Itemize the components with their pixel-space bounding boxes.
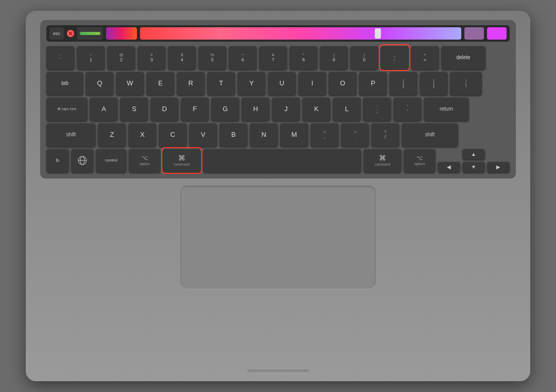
tb-swatch2: [487, 27, 507, 40]
key-tab[interactable]: tab: [46, 72, 83, 95]
key-q[interactable]: Q: [85, 72, 114, 95]
touch-bar: esc: [46, 25, 510, 42]
key-command-left[interactable]: ⌘ command: [163, 149, 201, 172]
key-shift-right[interactable]: shift: [402, 123, 458, 147]
key-arrow-left[interactable]: ◀: [438, 162, 460, 172]
key-control[interactable]: control: [96, 149, 127, 172]
keyboard-area: esc ~` !1 @2 #3 $4 %5 ^6: [40, 20, 516, 179]
key-backslash[interactable]: |\: [450, 72, 482, 95]
key-tilde[interactable]: ~`: [46, 46, 75, 69]
key-t[interactable]: T: [207, 72, 235, 95]
key-m[interactable]: M: [280, 123, 308, 147]
key-option-left[interactable]: ⌥ option: [129, 149, 161, 172]
key-k[interactable]: K: [302, 97, 331, 121]
key-n[interactable]: N: [250, 123, 278, 147]
key-option-right[interactable]: ⌥ option: [404, 149, 436, 172]
qwerty-row: tab Q W E R T Y U I O P {[ }] |\: [46, 72, 510, 95]
modifier-row: fn control ⌥ option ⌘ command ⌘ command: [46, 149, 510, 172]
trackpad[interactable]: [180, 186, 376, 289]
key-s[interactable]: S: [120, 97, 148, 121]
key-9[interactable]: (9: [320, 46, 348, 69]
key-5[interactable]: %5: [198, 46, 227, 69]
key-equals[interactable]: +=: [411, 46, 439, 69]
tb-slider[interactable]: [77, 27, 103, 40]
trackpad-wrap: [40, 186, 516, 289]
key-slash[interactable]: ?/: [371, 123, 399, 147]
key-period[interactable]: >.: [341, 123, 369, 147]
key-e[interactable]: E: [146, 72, 175, 95]
key-1[interactable]: !1: [77, 46, 105, 69]
key-quote[interactable]: "': [393, 97, 422, 121]
key-3[interactable]: #3: [137, 46, 166, 69]
key-4[interactable]: $4: [168, 46, 196, 69]
tb-gradient1: [106, 27, 137, 40]
tb-close-button[interactable]: [67, 30, 74, 37]
key-u[interactable]: U: [268, 72, 296, 95]
key-open-bracket[interactable]: {[: [389, 72, 418, 95]
key-i[interactable]: I: [298, 72, 326, 95]
key-delete[interactable]: delete: [441, 46, 485, 69]
tb-swatch1: [464, 27, 484, 40]
tb-gradient2: [140, 27, 461, 40]
key-j[interactable]: J: [272, 97, 300, 121]
key-b[interactable]: B: [219, 123, 248, 147]
bottom-bar: [247, 369, 309, 372]
key-7[interactable]: &7: [259, 46, 287, 69]
key-command-right[interactable]: ⌘ command: [363, 149, 402, 172]
key-c[interactable]: C: [159, 123, 187, 147]
number-row: ~` !1 @2 #3 $4 %5 ^6 &7 *8 (9 )0 _- += d…: [46, 46, 510, 69]
key-x[interactable]: X: [128, 123, 157, 147]
key-p[interactable]: P: [359, 72, 387, 95]
key-r[interactable]: R: [177, 72, 205, 95]
zxcv-row: shift Z X C V B N M <, >. ?/ shift: [46, 123, 510, 147]
key-g[interactable]: G: [211, 97, 239, 121]
key-l[interactable]: L: [333, 97, 361, 121]
key-o[interactable]: O: [328, 72, 357, 95]
key-h[interactable]: H: [241, 97, 270, 121]
asdf-row: caps lock A S D F G H J K L :; "' return: [46, 97, 510, 121]
key-arrow-up[interactable]: ▲: [462, 149, 485, 159]
key-v[interactable]: V: [189, 123, 217, 147]
key-arrow-right[interactable]: ▶: [487, 162, 510, 172]
arrow-cluster: ▲ ◀ ▼ ▶: [438, 149, 510, 172]
key-0[interactable]: )0: [350, 46, 378, 69]
key-arrow-down[interactable]: ▼: [462, 162, 485, 172]
laptop-body: esc ~` !1 @2 #3 $4 %5 ^6: [26, 11, 530, 381]
key-f[interactable]: F: [181, 97, 209, 121]
key-fn[interactable]: fn: [46, 149, 69, 172]
esc-key[interactable]: esc: [49, 27, 64, 40]
keys-section: ~` !1 @2 #3 $4 %5 ^6 &7 *8 (9 )0 _- += d…: [46, 46, 510, 172]
key-y[interactable]: Y: [237, 72, 266, 95]
key-2[interactable]: @2: [107, 46, 135, 69]
key-capslock[interactable]: caps lock: [46, 97, 88, 121]
key-space[interactable]: [203, 149, 361, 172]
key-comma[interactable]: <,: [310, 123, 339, 147]
key-8[interactable]: *8: [289, 46, 318, 69]
key-6[interactable]: ^6: [229, 46, 257, 69]
key-globe[interactable]: [71, 149, 94, 172]
key-d[interactable]: D: [150, 97, 179, 121]
key-a[interactable]: A: [90, 97, 118, 121]
key-z[interactable]: Z: [98, 123, 126, 147]
key-w[interactable]: W: [116, 72, 144, 95]
key-shift-left[interactable]: shift: [46, 123, 96, 147]
key-minus[interactable]: _-: [380, 46, 409, 69]
key-close-bracket[interactable]: }]: [420, 72, 448, 95]
key-return[interactable]: return: [424, 97, 469, 121]
key-semicolon[interactable]: :;: [363, 97, 391, 121]
